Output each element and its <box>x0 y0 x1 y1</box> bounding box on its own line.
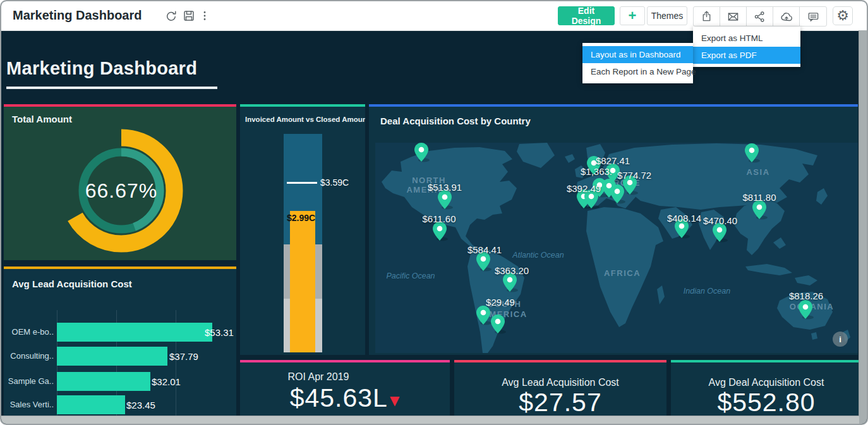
bar-sample[interactable] <box>57 372 150 391</box>
bar-consulting[interactable] <box>57 347 167 366</box>
map-pin-canada[interactable] <box>414 143 428 162</box>
map-value-label: $818.26 <box>789 290 823 301</box>
widget-total-amount: Total Amount 66.67% <box>4 104 236 260</box>
bar-sales[interactable] <box>57 395 125 414</box>
map-value-label: $811.80 <box>742 192 776 203</box>
bar-value: $53.31 <box>205 327 234 338</box>
page-title-underline <box>6 87 217 89</box>
trend-down-icon: ▼ <box>390 393 400 408</box>
label-atlantic-ocean: Atlantic Ocean <box>512 251 564 260</box>
map-value-label: $363.20 <box>495 265 529 276</box>
export-menu: Export as HTML Export as PDF <box>693 27 800 67</box>
save-icon[interactable] <box>183 9 195 22</box>
app-title: Marketing Dashboard <box>13 8 142 23</box>
horizontal-scrollbar[interactable] <box>1 416 859 424</box>
settings-gear-icon: ⚙ <box>836 9 849 23</box>
cloud-upload-icon[interactable] <box>773 7 800 26</box>
kpi-value: $45.63L <box>290 383 388 413</box>
bar-category: Sample Ga.. <box>4 376 54 386</box>
export-icon[interactable] <box>694 7 720 26</box>
kpi-title: Avg Lead Acquisition Cost <box>454 377 666 388</box>
kpi-avg-lead-card: Avg Lead Acquisition Cost $27.57 <box>454 360 666 423</box>
target-line <box>287 182 317 184</box>
toolbar-icon-group <box>693 6 827 27</box>
measure-value-label: $2.99C <box>287 213 315 223</box>
target-value-label: $3.59C <box>320 177 349 188</box>
edit-design-button[interactable]: Edit Design <box>558 6 615 25</box>
share-icon[interactable] <box>747 7 773 26</box>
pdf-layout-menu: Layout as in Dashboard Each Report in a … <box>582 43 693 83</box>
label-asia: ASIA <box>746 167 769 177</box>
menu-item-export-pdf[interactable]: Export as PDF <box>693 47 800 64</box>
settings-button[interactable]: ⚙ <box>833 6 853 25</box>
themes-button[interactable]: Themes <box>647 6 687 25</box>
map-pin-bolivia[interactable] <box>476 306 490 325</box>
map-value-label: $827.41 <box>596 155 630 166</box>
bar-oem[interactable] <box>57 323 212 342</box>
kpi-title: ROI Apr 2019 <box>240 371 450 383</box>
label-pacific-ocean: Pacific Ocean <box>386 272 435 280</box>
widget-invoiced-vs-closed: Invoiced Amount vs Closed Amount $3.59C … <box>240 104 365 355</box>
map-value-label: $392.49 <box>567 183 601 194</box>
map-pin-mexico[interactable] <box>433 222 447 241</box>
kpi-value: $552.80 <box>671 388 862 417</box>
donut-center-value: 66.67% <box>55 124 188 257</box>
menu-item-export-html[interactable]: Export as HTML <box>693 30 800 47</box>
label-africa: AFRICA <box>604 268 641 278</box>
label-indian-ocean: Indian Ocean <box>684 287 730 296</box>
map-pin-us[interactable] <box>438 190 452 209</box>
bar-category: Consulting.. <box>4 351 54 361</box>
bar-value: $23.45 <box>126 400 155 410</box>
map-pin-russia[interactable] <box>745 143 759 162</box>
add-report-button[interactable]: + <box>620 6 645 25</box>
map-value-label: $584.41 <box>467 244 502 255</box>
vertical-scrollbar[interactable] <box>859 30 867 424</box>
kpi-avg-deal-card: Avg Deal Acquisition Cost $552.80 <box>671 360 862 423</box>
widget-avg-lead-acquisition-bar: Avg Lead Acquisition Cost OEM e-bo.. $53… <box>4 266 236 419</box>
map-pin-australia[interactable] <box>799 300 812 319</box>
map-value-label: $774.72 <box>617 170 651 181</box>
map-value-label: $1,363. <box>581 166 612 177</box>
more-vertical-icon[interactable] <box>198 9 211 22</box>
widget-deal-acquisition-map: Deal Acquisition Cost by Country <box>369 104 858 355</box>
menu-item-layout-as-dashboard[interactable]: Layout as in Dashboard <box>582 46 693 63</box>
widget-title: Invoiced Amount vs Closed Amount <box>245 116 365 123</box>
map-value-label: $513.91 <box>428 182 462 193</box>
kpi-value: $27.57 <box>454 388 666 417</box>
kpi-title: Avg Deal Acquisition Cost <box>671 377 862 388</box>
map-pin-china[interactable] <box>752 200 766 219</box>
world-map: NORTH AMERICA SOUTH AMERICA EUROPE AFRIC… <box>375 143 858 353</box>
bar-category: OEM e-bo.. <box>4 327 54 337</box>
menu-item-each-report-new-page[interactable]: Each Report in a New Page <box>582 63 693 80</box>
map-pin-argentina[interactable] <box>491 314 505 333</box>
map-value-label: $470.40 <box>703 215 737 226</box>
bar-category: Sales Verti.. <box>4 400 54 409</box>
map-info-button[interactable]: i <box>833 332 848 347</box>
map-value-label: $611.60 <box>422 213 455 224</box>
refresh-icon[interactable] <box>165 9 178 22</box>
page-title: Marketing Dashboard <box>6 58 197 79</box>
widget-title: Avg Lead Acquisition Cost <box>12 278 132 289</box>
widget-title: Deal Acquisition Cost by Country <box>380 116 531 126</box>
map-pin-europe-6[interactable] <box>610 184 624 203</box>
closed-amount-bar[interactable] <box>290 211 315 352</box>
bar-value: $32.01 <box>152 376 181 387</box>
comment-icon[interactable] <box>800 7 826 26</box>
kpi-roi-card: ROI Apr 2019 $45.63L ▼ <box>240 360 450 423</box>
mail-icon[interactable] <box>720 7 747 26</box>
app-window: Marketing Dashboard Edit Design + Themes <box>0 0 868 425</box>
widget-title: Total Amount <box>12 114 72 124</box>
bar-value: $37.79 <box>169 351 198 362</box>
map-value-label: $408.14 <box>667 213 701 224</box>
